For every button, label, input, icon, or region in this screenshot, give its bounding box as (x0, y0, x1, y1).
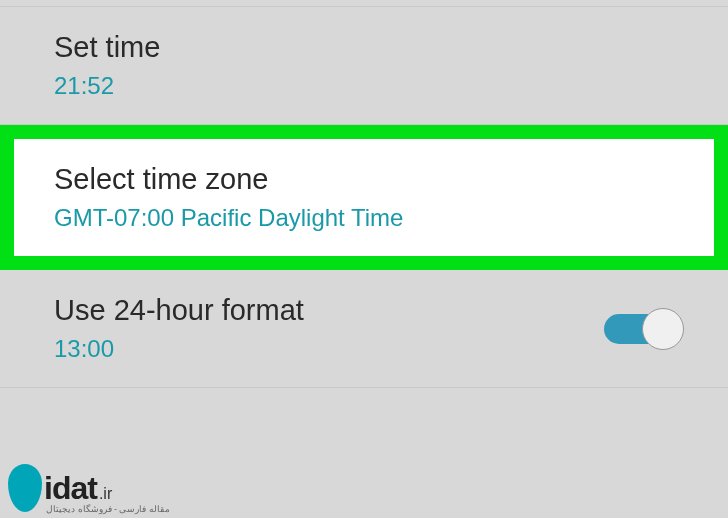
watermark-logo-icon (8, 464, 42, 512)
use-24hr-value: 13:00 (54, 335, 604, 363)
date-time-settings-list: Set time 21:52 Select time zone GMT-07:0… (0, 6, 728, 388)
set-time-title: Set time (54, 31, 684, 64)
set-time-text: Set time 21:52 (54, 31, 684, 100)
use-24hr-text: Use 24-hour format 13:00 (54, 294, 604, 363)
set-time-row[interactable]: Set time 21:52 (0, 6, 728, 125)
use-24hr-toggle[interactable] (604, 307, 684, 351)
watermark-suffix: .ir (99, 485, 112, 503)
select-timezone-text: Select time zone GMT-07:00 Pacific Dayli… (54, 163, 674, 232)
select-timezone-title: Select time zone (54, 163, 674, 196)
select-timezone-value: GMT-07:00 Pacific Daylight Time (54, 204, 674, 232)
watermark-tagline: مقاله فارسی - فروشگاه دیجیتال (46, 504, 170, 514)
use-24hr-title: Use 24-hour format (54, 294, 604, 327)
use-24hr-format-row[interactable]: Use 24-hour format 13:00 (0, 270, 728, 388)
toggle-thumb (642, 308, 684, 350)
watermark: idat .ir مقاله فارسی - فروشگاه دیجیتال (8, 464, 112, 512)
select-timezone-row[interactable]: Select time zone GMT-07:00 Pacific Dayli… (0, 125, 728, 270)
set-time-value: 21:52 (54, 72, 684, 100)
watermark-brand: idat (44, 470, 97, 507)
